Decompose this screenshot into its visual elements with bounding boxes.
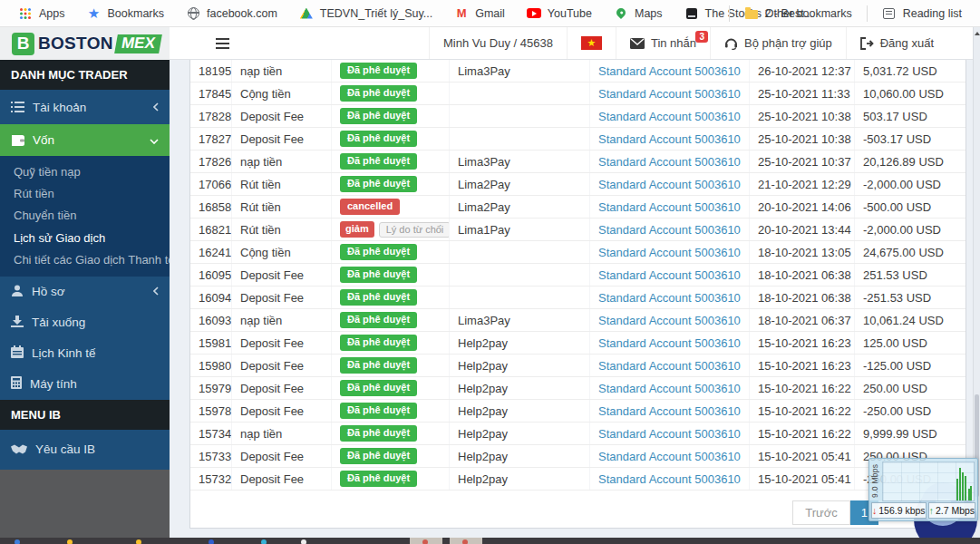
sidebar-item-calculator[interactable]: Máy tính [0, 369, 170, 400]
transaction-history-panel: 18195nạp tiềnĐã phê duyệtLima3PayStandar… [189, 60, 966, 529]
status-badge: Đã phê duyệt [340, 335, 417, 351]
brand-logo[interactable]: B BOSTON MEX [0, 27, 170, 60]
account-link[interactable]: Standard Account 5003610 [598, 427, 741, 441]
account-link[interactable]: Standard Account 5003610 [598, 382, 741, 395]
taskbar[interactable] [0, 538, 980, 544]
cell-status: cancelled [332, 196, 450, 218]
user-name: Minh Vu Duy / 45638 [443, 36, 553, 50]
account-link[interactable]: Standard Account 5003610 [598, 64, 741, 78]
account-link[interactable]: Standard Account 5003610 [598, 336, 741, 350]
taskbar-icon[interactable] [301, 539, 306, 544]
status-badge: Đã phê duyệt [340, 289, 417, 306]
other-bookmarks-button[interactable]: Other bookmarks [735, 4, 861, 24]
taskbar-icon[interactable] [15, 539, 20, 544]
cell-method: Help2pay [450, 400, 590, 422]
cell-amount: -250.00 USD [855, 400, 965, 422]
sidebar-item-user[interactable]: Hồ sơ [0, 277, 170, 307]
sidebar-item-accounts[interactable]: Tài khoản [0, 90, 170, 124]
table-row: 15979Deposit FeeĐã phê duyệtHelp2payStan… [190, 377, 965, 400]
logout-button[interactable]: Đăng xuất [846, 27, 947, 59]
taskbar-icon[interactable] [261, 539, 267, 544]
account-link[interactable]: Standard Account 5003610 [598, 87, 741, 101]
cell-id: 15978 [190, 400, 232, 422]
cell-id: 15980 [190, 355, 232, 376]
cell-account: Standard Account 5003610 [590, 287, 750, 308]
cell-type: nạp tiền [232, 309, 332, 331]
taskbar-icon[interactable] [136, 539, 141, 544]
account-link[interactable]: Standard Account 5003610 [598, 223, 741, 237]
sidebar-item-download[interactable]: Tải xuống [0, 307, 170, 338]
bookmark-maps[interactable]: Maps [605, 4, 672, 24]
account-link[interactable]: Standard Account 5003610 [598, 359, 741, 373]
cell-status: Đã phê duyệt [332, 128, 450, 150]
taskbar-icon[interactable] [462, 539, 468, 544]
list-icon [11, 102, 24, 112]
cell-status: giảmLý do từ chối [332, 219, 450, 240]
account-link[interactable]: Standard Account 5003610 [598, 155, 741, 169]
help-desk-button[interactable]: Bộ phận trợ giúp [710, 27, 846, 59]
account-link[interactable]: Standard Account 5003610 [598, 178, 741, 191]
cell-status: Đã phê duyệt [332, 309, 450, 331]
cell-id: 17845 [190, 83, 232, 104]
cell-date: 25-10-2021 11:33 [750, 83, 855, 104]
network-monitor-widget[interactable]: 9.0 Mbps ↓ 156.9 kbps ↑ 2.7 Mbps [868, 458, 978, 521]
submenu-item[interactable]: Chi tiết các Giao dịch Thanh toán [0, 249, 170, 271]
youtube-icon [527, 6, 541, 21]
hamburger-icon [216, 43, 229, 44]
reading-list-button[interactable]: Reading list [873, 4, 971, 24]
cell-id: 17066 [190, 173, 232, 195]
submenu-item[interactable]: Chuyển tiền [0, 205, 170, 227]
account-link[interactable]: Standard Account 5003610 [598, 472, 741, 486]
sidebar-item-ib-request[interactable]: Yêu cầu IB [0, 430, 170, 470]
bookmark-apps[interactable]: Apps [9, 4, 74, 24]
cell-id: 17828 [190, 105, 232, 127]
cell-status: Đã phê duyệt [332, 377, 450, 399]
submenu-item[interactable]: Lịch sử Giao dịch [0, 227, 170, 248]
account-link[interactable]: Standard Account 5003610 [598, 268, 741, 282]
taskbar-icon[interactable] [209, 539, 214, 544]
network-stats: ↓ 156.9 kbps ↑ 2.7 Mbps [871, 502, 975, 519]
sidebar-item-calendar[interactable]: Lịch Kinh tế [0, 338, 170, 369]
submenu-item[interactable]: Quỹ tiền nạp [0, 160, 170, 182]
bookmark-label: Apps [39, 7, 65, 20]
sidebar-item-capital[interactable]: Vốn [0, 124, 170, 156]
account-link[interactable]: Standard Account 5003610 [598, 291, 741, 305]
account-link[interactable]: Standard Account 5003610 [598, 110, 741, 123]
messages-button[interactable]: Tin nhắn 3 [616, 27, 710, 59]
bookmark-youtube[interactable]: YouTube [518, 4, 601, 24]
taskbar-icon[interactable] [422, 539, 428, 544]
sidebar-toggle-button[interactable] [207, 27, 238, 59]
account-link[interactable]: Standard Account 5003610 [598, 132, 741, 146]
account-link[interactable]: Standard Account 5003610 [598, 314, 741, 327]
cell-id: 16241 [190, 241, 232, 263]
account-link[interactable]: Standard Account 5003610 [598, 450, 741, 463]
bookmark-star[interactable]: ★Bookmarks [78, 4, 174, 24]
account-link[interactable]: Standard Account 5003610 [598, 246, 741, 259]
bookmark-gmail[interactable]: MGmail [445, 4, 514, 24]
pagination-prev-button[interactable]: Trước [792, 500, 850, 525]
submenu-item[interactable]: Rút tiền [0, 182, 170, 204]
rejection-reason-button[interactable]: Lý do từ chối [379, 222, 450, 238]
account-link[interactable]: Standard Account 5003610 [598, 404, 741, 418]
cell-method: Help2pay [450, 355, 590, 376]
bookmark-label: facebook.com [207, 7, 277, 20]
language-selector[interactable]: ★ [567, 27, 616, 59]
table-row: 15733Deposit FeeĐã phê duyệtHelp2payStan… [190, 445, 965, 468]
taskbar-icon[interactable] [67, 539, 73, 544]
browser-bookmarks-bar: Apps★Bookmarksfacebook.comTEDVN_Triết lý… [0, 0, 980, 27]
header-menu: Minh Vu Duy / 45638 ★ Tin nhắn 3 Bộ phận… [429, 27, 973, 59]
user-menu[interactable]: Minh Vu Duy / 45638 [429, 27, 567, 59]
sidebar-item-label: Hồ sơ [32, 285, 65, 298]
traffic-bar [965, 476, 966, 500]
table-row: 16095Deposit FeeĐã phê duyệtStandard Acc… [190, 264, 965, 287]
scrollbar-up-arrow-icon[interactable] [975, 32, 980, 35]
account-link[interactable]: Standard Account 5003610 [598, 200, 741, 214]
cell-date: 18-10-2021 06:37 [750, 309, 855, 331]
bookmark-globe[interactable]: facebook.com [177, 4, 286, 24]
download-arrow-icon: ↓ [872, 505, 877, 516]
status-badge: Đã phê duyệt [340, 244, 417, 260]
cell-account: Standard Account 5003610 [590, 219, 750, 240]
cell-date: 26-10-2021 12:37 [750, 60, 855, 82]
bookmark-drive[interactable]: TEDVN_Triết lý_Suy... [290, 4, 441, 24]
table-row: 17845Cộng tiềnĐã phê duyệtStandard Accou… [190, 83, 965, 105]
